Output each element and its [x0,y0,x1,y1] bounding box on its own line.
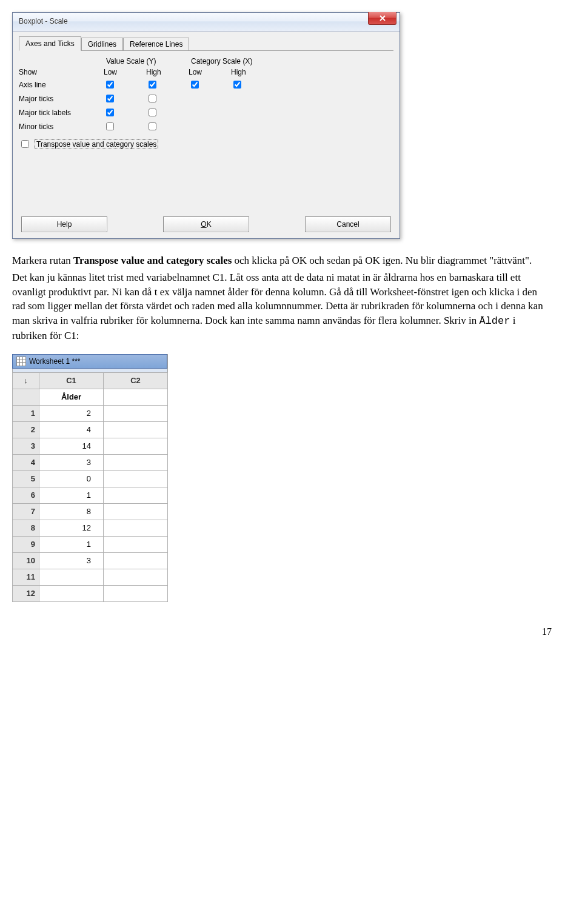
cancel-button[interactable]: Cancel [305,216,391,232]
row-header[interactable]: 2 [13,421,39,438]
row-header[interactable]: 10 [13,552,39,569]
dialog-titlebar: Boxplot - Scale [13,13,400,32]
col-show: Show [19,68,104,76]
paragraph-2: Det kan ju kännas litet trist med variab… [12,270,552,343]
tab-axes-ticks[interactable]: Axes and Ticks [19,36,81,51]
dialog-buttons: Help OK Cancel [19,216,393,232]
chk-majlabels-low-y[interactable] [106,109,114,116]
dialog-body: Axes and Ticks Gridlines Reference Lines… [13,32,400,238]
col-group-category: Category Scale (X) [189,57,273,65]
col-header-c1[interactable]: C1 [39,372,104,389]
col-name-c2[interactable] [104,389,168,405]
col-low-x: Low [189,68,231,76]
cell[interactable]: 3 [39,454,104,470]
cell[interactable]: 1 [39,487,104,503]
cell[interactable] [104,438,168,454]
row-header[interactable]: 4 [13,454,39,470]
chk-minticks-high-y[interactable] [149,122,156,130]
row-major-labels: Major tick labels [19,109,104,117]
row-header[interactable]: 12 [13,585,39,601]
row-header[interactable]: 11 [13,569,39,585]
tab-bar: Axes and Ticks Gridlines Reference Lines [19,36,393,51]
tab-reference-lines[interactable]: Reference Lines [123,38,189,50]
col-high-y: High [146,68,189,76]
col-high-x: High [231,68,273,76]
cell[interactable] [104,454,168,470]
row-minor-ticks: Minor ticks [19,122,104,131]
row-header[interactable]: 5 [13,470,39,487]
close-button[interactable] [368,12,396,25]
name-row-header [13,389,39,405]
cell[interactable]: 14 [39,438,104,454]
paragraph-1: Markera rutan Transpose value and catego… [12,253,552,268]
chk-axis-low-y[interactable] [106,81,114,89]
chk-minticks-low-y[interactable] [106,122,114,130]
row-axis-line: Axis line [19,81,104,89]
col-low-y: Low [104,68,146,76]
row-header[interactable]: 9 [13,536,39,552]
col-header-c2[interactable]: C2 [104,372,168,389]
cell[interactable]: 8 [39,503,104,520]
cell[interactable] [104,470,168,487]
body-text: Markera rutan Transpose value and catego… [12,253,552,343]
boxplot-scale-dialog: Boxplot - Scale Axes and Ticks Gridlines… [12,12,400,239]
cell[interactable]: 2 [39,405,104,421]
chk-majticks-high-y[interactable] [149,95,156,102]
corner-cell[interactable]: ↓ [13,372,39,389]
col-group-value: Value Scale (Y) [104,57,189,65]
help-button[interactable]: Help [21,216,107,232]
ok-button[interactable]: OK [163,216,249,232]
axes-grid: Value Scale (Y) Category Scale (X) Show … [19,57,393,132]
chk-axis-high-y[interactable] [149,81,156,89]
row-header[interactable]: 1 [13,405,39,421]
worksheet-title: Worksheet 1 *** [29,357,81,366]
close-icon [380,15,386,21]
cell[interactable] [104,552,168,569]
worksheet-icon [16,357,26,366]
cell[interactable]: 3 [39,552,104,569]
col-name-c1[interactable]: Ålder [39,389,104,405]
page-number: 17 [12,626,552,637]
row-header[interactable]: 8 [13,520,39,536]
transpose-label: Transpose value and category scales [35,139,158,149]
chk-transpose[interactable] [21,140,29,148]
cell[interactable] [104,405,168,421]
cell[interactable] [104,585,168,601]
cell[interactable] [104,569,168,585]
cell[interactable] [104,503,168,520]
cell[interactable] [104,487,168,503]
tab-gridlines[interactable]: Gridlines [81,38,123,50]
transpose-row: Transpose value and category scales [19,138,393,150]
cell[interactable]: 0 [39,470,104,487]
cell[interactable] [39,585,104,601]
cell[interactable] [104,536,168,552]
cell[interactable]: 12 [39,520,104,536]
cell[interactable] [104,520,168,536]
cell[interactable]: 4 [39,421,104,438]
row-header[interactable]: 7 [13,503,39,520]
cell[interactable] [104,421,168,438]
row-header[interactable]: 6 [13,487,39,503]
chk-axis-high-x[interactable] [233,81,241,89]
dialog-title: Boxplot - Scale [13,13,68,25]
chk-majticks-low-y[interactable] [106,95,114,102]
cell[interactable]: 1 [39,536,104,552]
worksheet-table: ↓ C1 C2 Ålder 12 24 314 43 50 61 78 812 … [12,372,168,602]
row-major-ticks: Major ticks [19,95,104,103]
worksheet-titlebar: Worksheet 1 *** [12,354,167,369]
row-header[interactable]: 3 [13,438,39,454]
chk-majlabels-high-y[interactable] [149,109,156,116]
worksheet-window: Worksheet 1 *** ↓ C1 C2 Ålder 12 24 314 … [12,354,168,602]
chk-axis-low-x[interactable] [191,81,199,89]
cell[interactable] [39,569,104,585]
